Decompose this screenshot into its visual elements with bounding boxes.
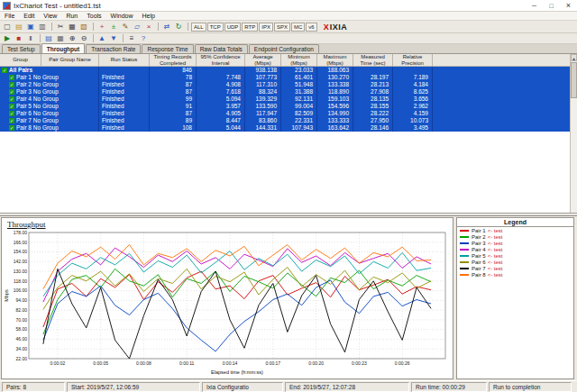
column-header-group[interactable]: Group: [0, 54, 41, 67]
menu-tools[interactable]: Tools: [82, 13, 105, 19]
add-pair-icon[interactable]: +: [96, 22, 107, 32]
table-row-pair-3-no-group[interactable]: ✓Pair 3 No GroupFinished877.61888.32431.…: [0, 88, 577, 96]
save-icon[interactable]: ▣: [25, 22, 36, 32]
row-check-icon[interactable]: ✓: [9, 111, 14, 116]
table-row-pair-7-no-group[interactable]: ✓Pair 7 No GroupFinished898.44783.86022.…: [0, 117, 577, 124]
row-check-icon[interactable]: ✓: [9, 118, 14, 123]
tab-test-setup[interactable]: Test Setup: [2, 44, 41, 53]
protocol-button-rtp[interactable]: RTP: [242, 23, 258, 32]
scrollbar-thumb[interactable]: [571, 62, 577, 98]
options-icon[interactable]: ≡: [126, 33, 137, 43]
run-test-icon[interactable]: ▶: [2, 33, 13, 43]
row-check-icon[interactable]: ✓: [9, 75, 14, 80]
legend-item-pair-8[interactable]: Pair 8<- test: [457, 271, 573, 278]
protocol-button-udp[interactable]: UDP: [224, 23, 242, 32]
column-header-maximum-mbps[interactable]: Maximum (Mbps): [317, 54, 353, 67]
move-up-icon[interactable]: ▲: [96, 33, 107, 43]
cell-time: 28.146: [353, 124, 393, 132]
cell-minimum: 107.943: [281, 124, 317, 132]
row-check-icon[interactable]: ✓: [2, 68, 7, 73]
protocol-button-spx[interactable]: SPX: [274, 23, 290, 32]
series-pair-7[interactable]: [43, 269, 431, 359]
table-row-pair-1-no-group[interactable]: ✓Pair 1 No GroupFinished787.748107.77361…: [0, 74, 577, 81]
column-header-95-confidence-interval[interactable]: 95% Confidence Interval: [197, 54, 245, 67]
protocol-button-mc[interactable]: MC: [291, 23, 305, 32]
pause-test-icon[interactable]: ‖: [25, 33, 36, 43]
zoom-in-icon[interactable]: ⊕: [67, 33, 78, 43]
row-check-icon[interactable]: ✓: [9, 82, 14, 87]
tab-transaction-rate[interactable]: Transaction Rate: [86, 44, 141, 53]
svg-text:118.00: 118.00: [14, 278, 27, 284]
throughput-chart[interactable]: 178.00166.00154.00142.00130.00118.00106.…: [2, 229, 453, 380]
legend-item-pair-6[interactable]: Pair 6<- test: [457, 259, 573, 265]
help-icon[interactable]: ?: [138, 33, 149, 43]
menu-run[interactable]: Run: [61, 13, 82, 19]
row-check-icon[interactable]: ✓: [9, 89, 14, 95]
legend-item-pair-5[interactable]: Pair 5<- test: [457, 252, 573, 259]
edit-pair-icon[interactable]: ✎: [120, 22, 131, 32]
column-header-average-mbps[interactable]: Average (Mbps): [245, 54, 281, 67]
cell-status: Finished: [99, 74, 150, 81]
row-check-icon[interactable]: ✓: [9, 104, 14, 109]
tab-throughput[interactable]: Throughput: [41, 43, 85, 53]
move-down-icon[interactable]: ▼: [108, 33, 119, 43]
table-row-pair-5-no-group[interactable]: ✓Pair 5 No GroupFinished913.957133.59099…: [0, 103, 577, 110]
legend-item-pair-4[interactable]: Pair 4<- test: [457, 246, 573, 252]
table-row-pair-2-no-group[interactable]: ✓Pair 2 No GroupFinished874.908117.31051…: [0, 81, 577, 88]
menu-file[interactable]: File: [0, 13, 19, 19]
print-icon[interactable]: ▥: [37, 22, 48, 32]
protocol-button-ipx[interactable]: IPX: [259, 23, 273, 32]
vertical-scrollbar[interactable]: ▲: [570, 54, 577, 213]
series-pair-1[interactable]: [43, 271, 431, 327]
column-header-pair-group-name[interactable]: Pair Group Name: [41, 54, 99, 67]
legend-item-pair-1[interactable]: Pair 1<- test: [457, 227, 573, 233]
add-multicast-group-icon[interactable]: ±: [108, 22, 119, 32]
delete-pair-icon[interactable]: ×: [143, 22, 154, 32]
table-row-pair-4-no-group[interactable]: ✓Pair 4 No GroupFinished995.094139.32992…: [0, 96, 577, 103]
minimize-button[interactable]: ─: [526, 0, 543, 12]
row-check-icon[interactable]: ✓: [9, 125, 14, 131]
column-header-timing-records-completed[interactable]: Timing Records Completed: [150, 54, 197, 67]
column-header-measured-time-sec[interactable]: Measured Time (sec): [353, 54, 393, 67]
paste-icon[interactable]: ▧: [78, 22, 89, 32]
table-view-icon[interactable]: ▦: [55, 33, 66, 43]
cut-icon[interactable]: ✂: [55, 22, 66, 32]
tab-endpoint-configuration[interactable]: Endpoint Configuration: [249, 44, 319, 53]
scroll-up-icon[interactable]: ▲: [571, 54, 577, 61]
toolbar-separator: [93, 34, 94, 42]
report-view-icon[interactable]: ▤: [43, 33, 54, 43]
open-icon[interactable]: ▤: [14, 22, 24, 32]
legend-item-pair-3[interactable]: Pair 3<- test: [457, 240, 573, 246]
table-row-pair-8-no-group[interactable]: ✓Pair 8 No GroupFinished1085.044144.3311…: [0, 124, 577, 132]
row-check-icon[interactable]: ✓: [9, 96, 14, 102]
legend-item-pair-2[interactable]: Pair 2<- test: [457, 233, 573, 240]
refresh-icon[interactable]: ↻: [173, 22, 184, 32]
menu-view[interactable]: View: [39, 13, 61, 19]
chart-svg[interactable]: 178.00166.00154.00142.00130.00118.00106.…: [2, 229, 451, 377]
tab-raw-data-totals[interactable]: Raw Data Totals: [195, 44, 248, 53]
copy-icon[interactable]: ▦: [67, 22, 78, 32]
tab-response-time[interactable]: Response Time: [142, 44, 193, 53]
row-label-cell: ✓Pair 8 No Group: [0, 124, 99, 132]
legend-item-pair-7[interactable]: Pair 7<- test: [457, 265, 573, 271]
column-header-relative-precision[interactable]: Relative Precision: [393, 54, 433, 67]
table-row-all-pairs[interactable]: ✓All Pairs846938.13823.033188.063: [0, 67, 577, 74]
menu-window[interactable]: Window: [106, 13, 138, 19]
row-filler: [433, 88, 577, 96]
column-header-run-status[interactable]: Run Status: [99, 54, 150, 67]
series-pair-4[interactable]: [43, 248, 431, 302]
zoom-out-icon[interactable]: ⊖: [78, 33, 89, 43]
duplicate-pair-icon[interactable]: ▱: [132, 22, 142, 32]
protocol-button-v6[interactable]: v6: [306, 23, 316, 32]
new-icon[interactable]: ▢: [2, 22, 13, 32]
stop-test-icon[interactable]: ■: [14, 33, 24, 43]
connect-endpoints-icon[interactable]: ⇄: [161, 22, 172, 32]
protocol-button-all[interactable]: ALL: [191, 23, 206, 32]
column-header-minimum-mbps[interactable]: Minimum (Mbps): [281, 54, 317, 67]
table-row-pair-6-no-group[interactable]: ✓Pair 6 No GroupFinished874.905117.94782…: [0, 110, 577, 117]
menu-edit[interactable]: Edit: [19, 13, 39, 19]
close-button[interactable]: ×: [560, 0, 577, 12]
protocol-button-tcp[interactable]: TCP: [207, 23, 224, 32]
menu-help[interactable]: Help: [137, 13, 159, 19]
maximize-button[interactable]: □: [543, 0, 560, 12]
